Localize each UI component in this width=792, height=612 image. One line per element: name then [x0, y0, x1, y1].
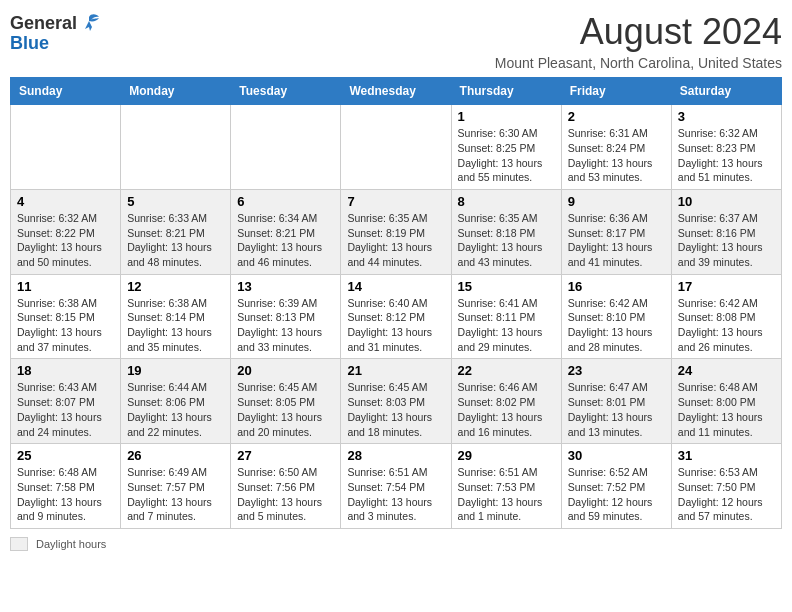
day-number-8: 8 — [458, 194, 555, 209]
table-row: 31Sunrise: 6:53 AM Sunset: 7:50 PM Dayli… — [671, 444, 781, 529]
day-info-19: Sunrise: 6:44 AM Sunset: 8:06 PM Dayligh… — [127, 380, 224, 439]
day-number-23: 23 — [568, 363, 665, 378]
table-row: 1Sunrise: 6:30 AM Sunset: 8:25 PM Daylig… — [451, 105, 561, 190]
calendar-table: Sunday Monday Tuesday Wednesday Thursday… — [10, 77, 782, 529]
day-info-18: Sunrise: 6:43 AM Sunset: 8:07 PM Dayligh… — [17, 380, 114, 439]
table-row: 23Sunrise: 6:47 AM Sunset: 8:01 PM Dayli… — [561, 359, 671, 444]
day-info-20: Sunrise: 6:45 AM Sunset: 8:05 PM Dayligh… — [237, 380, 334, 439]
table-row: 21Sunrise: 6:45 AM Sunset: 8:03 PM Dayli… — [341, 359, 451, 444]
table-row: 2Sunrise: 6:31 AM Sunset: 8:24 PM Daylig… — [561, 105, 671, 190]
day-number-4: 4 — [17, 194, 114, 209]
day-number-2: 2 — [568, 109, 665, 124]
day-number-30: 30 — [568, 448, 665, 463]
day-info-10: Sunrise: 6:37 AM Sunset: 8:16 PM Dayligh… — [678, 211, 775, 270]
logo-general-text: General — [10, 14, 77, 34]
logo-bird-icon — [79, 13, 101, 33]
day-info-28: Sunrise: 6:51 AM Sunset: 7:54 PM Dayligh… — [347, 465, 444, 524]
day-info-13: Sunrise: 6:39 AM Sunset: 8:13 PM Dayligh… — [237, 296, 334, 355]
table-row: 12Sunrise: 6:38 AM Sunset: 8:14 PM Dayli… — [121, 274, 231, 359]
day-info-25: Sunrise: 6:48 AM Sunset: 7:58 PM Dayligh… — [17, 465, 114, 524]
table-row: 14Sunrise: 6:40 AM Sunset: 8:12 PM Dayli… — [341, 274, 451, 359]
day-info-15: Sunrise: 6:41 AM Sunset: 8:11 PM Dayligh… — [458, 296, 555, 355]
table-row: 29Sunrise: 6:51 AM Sunset: 7:53 PM Dayli… — [451, 444, 561, 529]
table-row: 25Sunrise: 6:48 AM Sunset: 7:58 PM Dayli… — [11, 444, 121, 529]
col-monday: Monday — [121, 78, 231, 105]
table-row: 30Sunrise: 6:52 AM Sunset: 7:52 PM Dayli… — [561, 444, 671, 529]
day-number-6: 6 — [237, 194, 334, 209]
day-number-22: 22 — [458, 363, 555, 378]
day-info-23: Sunrise: 6:47 AM Sunset: 8:01 PM Dayligh… — [568, 380, 665, 439]
day-number-18: 18 — [17, 363, 114, 378]
table-row: 5Sunrise: 6:33 AM Sunset: 8:21 PM Daylig… — [121, 189, 231, 274]
table-row: 24Sunrise: 6:48 AM Sunset: 8:00 PM Dayli… — [671, 359, 781, 444]
location-subtitle: Mount Pleasant, North Carolina, United S… — [495, 55, 782, 71]
logo-blue-text: Blue — [10, 34, 49, 54]
day-info-14: Sunrise: 6:40 AM Sunset: 8:12 PM Dayligh… — [347, 296, 444, 355]
calendar-week-1: 1Sunrise: 6:30 AM Sunset: 8:25 PM Daylig… — [11, 105, 782, 190]
page-header: General Blue August 2024 Mount Pleasant,… — [10, 10, 782, 71]
table-row: 11Sunrise: 6:38 AM Sunset: 8:15 PM Dayli… — [11, 274, 121, 359]
col-wednesday: Wednesday — [341, 78, 451, 105]
table-row: 18Sunrise: 6:43 AM Sunset: 8:07 PM Dayli… — [11, 359, 121, 444]
day-info-26: Sunrise: 6:49 AM Sunset: 7:57 PM Dayligh… — [127, 465, 224, 524]
col-saturday: Saturday — [671, 78, 781, 105]
table-row: 7Sunrise: 6:35 AM Sunset: 8:19 PM Daylig… — [341, 189, 451, 274]
day-number-13: 13 — [237, 279, 334, 294]
day-info-2: Sunrise: 6:31 AM Sunset: 8:24 PM Dayligh… — [568, 126, 665, 185]
col-thursday: Thursday — [451, 78, 561, 105]
day-number-19: 19 — [127, 363, 224, 378]
logo: General Blue — [10, 10, 101, 54]
daylight-label: Daylight hours — [36, 538, 106, 550]
calendar-week-5: 25Sunrise: 6:48 AM Sunset: 7:58 PM Dayli… — [11, 444, 782, 529]
day-number-16: 16 — [568, 279, 665, 294]
day-number-25: 25 — [17, 448, 114, 463]
day-info-4: Sunrise: 6:32 AM Sunset: 8:22 PM Dayligh… — [17, 211, 114, 270]
day-info-30: Sunrise: 6:52 AM Sunset: 7:52 PM Dayligh… — [568, 465, 665, 524]
day-info-7: Sunrise: 6:35 AM Sunset: 8:19 PM Dayligh… — [347, 211, 444, 270]
day-number-29: 29 — [458, 448, 555, 463]
table-row: 4Sunrise: 6:32 AM Sunset: 8:22 PM Daylig… — [11, 189, 121, 274]
day-number-14: 14 — [347, 279, 444, 294]
day-number-26: 26 — [127, 448, 224, 463]
day-number-15: 15 — [458, 279, 555, 294]
col-sunday: Sunday — [11, 78, 121, 105]
day-info-27: Sunrise: 6:50 AM Sunset: 7:56 PM Dayligh… — [237, 465, 334, 524]
table-row: 13Sunrise: 6:39 AM Sunset: 8:13 PM Dayli… — [231, 274, 341, 359]
table-row: 10Sunrise: 6:37 AM Sunset: 8:16 PM Dayli… — [671, 189, 781, 274]
day-info-31: Sunrise: 6:53 AM Sunset: 7:50 PM Dayligh… — [678, 465, 775, 524]
day-info-3: Sunrise: 6:32 AM Sunset: 8:23 PM Dayligh… — [678, 126, 775, 185]
day-info-22: Sunrise: 6:46 AM Sunset: 8:02 PM Dayligh… — [458, 380, 555, 439]
table-row: 6Sunrise: 6:34 AM Sunset: 8:21 PM Daylig… — [231, 189, 341, 274]
calendar-week-3: 11Sunrise: 6:38 AM Sunset: 8:15 PM Dayli… — [11, 274, 782, 359]
table-row — [341, 105, 451, 190]
day-info-12: Sunrise: 6:38 AM Sunset: 8:14 PM Dayligh… — [127, 296, 224, 355]
day-number-20: 20 — [237, 363, 334, 378]
day-number-1: 1 — [458, 109, 555, 124]
table-row: 16Sunrise: 6:42 AM Sunset: 8:10 PM Dayli… — [561, 274, 671, 359]
table-row: 19Sunrise: 6:44 AM Sunset: 8:06 PM Dayli… — [121, 359, 231, 444]
table-row — [121, 105, 231, 190]
table-row — [11, 105, 121, 190]
calendar-footer: Daylight hours — [10, 537, 782, 551]
day-number-28: 28 — [347, 448, 444, 463]
table-row: 26Sunrise: 6:49 AM Sunset: 7:57 PM Dayli… — [121, 444, 231, 529]
day-info-24: Sunrise: 6:48 AM Sunset: 8:00 PM Dayligh… — [678, 380, 775, 439]
table-row: 9Sunrise: 6:36 AM Sunset: 8:17 PM Daylig… — [561, 189, 671, 274]
calendar-header-row: Sunday Monday Tuesday Wednesday Thursday… — [11, 78, 782, 105]
day-info-17: Sunrise: 6:42 AM Sunset: 8:08 PM Dayligh… — [678, 296, 775, 355]
calendar-week-2: 4Sunrise: 6:32 AM Sunset: 8:22 PM Daylig… — [11, 189, 782, 274]
day-info-11: Sunrise: 6:38 AM Sunset: 8:15 PM Dayligh… — [17, 296, 114, 355]
table-row: 28Sunrise: 6:51 AM Sunset: 7:54 PM Dayli… — [341, 444, 451, 529]
day-info-29: Sunrise: 6:51 AM Sunset: 7:53 PM Dayligh… — [458, 465, 555, 524]
table-row: 27Sunrise: 6:50 AM Sunset: 7:56 PM Dayli… — [231, 444, 341, 529]
day-number-9: 9 — [568, 194, 665, 209]
day-info-16: Sunrise: 6:42 AM Sunset: 8:10 PM Dayligh… — [568, 296, 665, 355]
title-section: August 2024 Mount Pleasant, North Caroli… — [495, 10, 782, 71]
table-row: 22Sunrise: 6:46 AM Sunset: 8:02 PM Dayli… — [451, 359, 561, 444]
table-row: 3Sunrise: 6:32 AM Sunset: 8:23 PM Daylig… — [671, 105, 781, 190]
table-row: 8Sunrise: 6:35 AM Sunset: 8:18 PM Daylig… — [451, 189, 561, 274]
day-number-11: 11 — [17, 279, 114, 294]
day-number-17: 17 — [678, 279, 775, 294]
day-info-8: Sunrise: 6:35 AM Sunset: 8:18 PM Dayligh… — [458, 211, 555, 270]
day-info-6: Sunrise: 6:34 AM Sunset: 8:21 PM Dayligh… — [237, 211, 334, 270]
